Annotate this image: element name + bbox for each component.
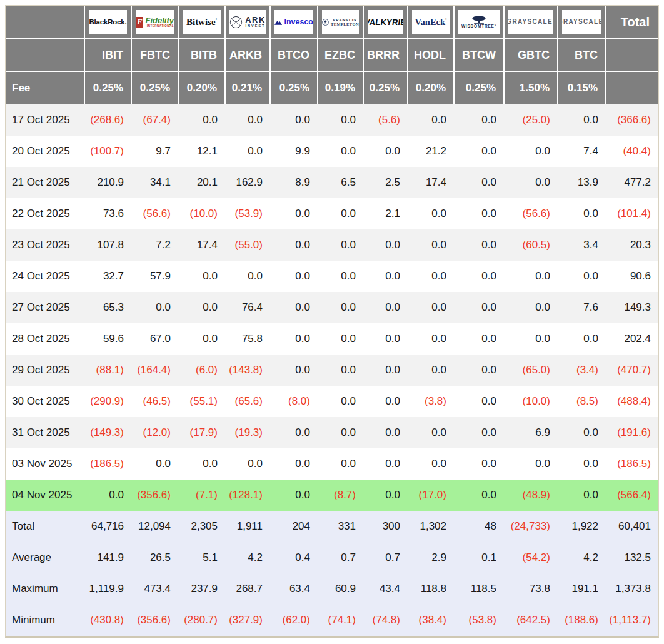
provider-logo-row: BlackRock.FFidelityINTERNATIONALBitwise°…	[6, 6, 658, 39]
flow-value-cell: 0.0	[558, 480, 606, 511]
flow-value-cell: 65.3	[84, 292, 131, 323]
flow-value-cell: 32.7	[84, 261, 131, 292]
flow-value-cell: 0.0	[454, 104, 504, 136]
flow-row: 22 Oct 202573.6(56.6)(10.0)(53.9)0.00.02…	[6, 198, 658, 229]
provider-cell-wisdomtree: WISDOMTREE°	[454, 6, 504, 39]
ticker-cell: BRRR	[363, 39, 408, 71]
flow-row: 29 Oct 2025(88.1)(164.4)(6.0)(143.8)0.00…	[6, 355, 658, 386]
total-fee-cell	[606, 71, 658, 104]
provider-cell-ark: ARKINVEST	[225, 6, 270, 39]
summary-label-cell: Minimum	[6, 605, 84, 636]
flow-value-cell: 0.0	[558, 448, 606, 480]
ticker-cell: HODL	[408, 39, 454, 71]
flow-value-cell: 0.0	[363, 417, 408, 448]
provider-cell-invesco: Invesco	[270, 6, 318, 39]
flow-value-cell: 2.5	[363, 167, 408, 198]
summary-value-cell: 4.2	[558, 542, 606, 573]
flow-value-cell: 0.0	[363, 355, 408, 386]
flow-value-cell: (67.4)	[131, 104, 178, 136]
flow-value-cell: 0.0	[408, 448, 454, 480]
flow-value-cell: 0.0	[363, 386, 408, 417]
flow-value-cell: (56.6)	[504, 198, 558, 229]
flow-value-cell: 0.0	[178, 104, 225, 136]
flow-value-cell: 0.0	[178, 323, 225, 355]
summary-value-cell: 118.8	[408, 573, 454, 605]
table-container: BlackRock.FFidelityINTERNATIONALBitwise°…	[5, 5, 659, 638]
summary-row: Maximum1,119.9473.4237.9268.763.460.943.…	[6, 573, 658, 605]
flow-value-cell: 0.0	[225, 261, 270, 292]
summary-row: Minimum(430.8)(356.6)(280.7)(327.9)(62.0…	[6, 605, 658, 636]
flow-value-cell: 0.0	[270, 448, 318, 480]
fee-value-cell: 0.15%	[558, 71, 606, 104]
flow-value-cell: (128.1)	[225, 480, 270, 511]
summary-value-cell: 141.9	[84, 542, 131, 573]
summary-value-cell: (74.1)	[318, 605, 363, 636]
flow-value-cell: 0.0	[270, 323, 318, 355]
date-cell: 21 Oct 2025	[6, 167, 84, 198]
flow-value-cell: 0.0	[504, 323, 558, 355]
date-cell: 04 Nov 2025	[6, 480, 84, 511]
date-cell: 29 Oct 2025	[6, 355, 84, 386]
flow-value-cell: 0.0	[504, 448, 558, 480]
grayscale-logo: GRAYSCALE°	[508, 10, 553, 34]
row-total-cell: 90.6	[606, 261, 658, 292]
flow-value-cell: 0.0	[318, 136, 363, 167]
flow-value-cell: 6.9	[504, 417, 558, 448]
ticker-cell: IBIT	[84, 39, 131, 71]
flow-value-cell: 0.0	[558, 417, 606, 448]
summary-value-cell: 5.1	[178, 542, 225, 573]
row-total-cell: (488.4)	[606, 386, 658, 417]
flow-value-cell: 0.0	[270, 198, 318, 229]
flow-value-cell: 0.0	[225, 104, 270, 136]
flow-value-cell: (8.0)	[270, 386, 318, 417]
flow-value-cell: 0.0	[454, 229, 504, 261]
flow-value-cell: 0.0	[454, 261, 504, 292]
flow-value-cell: 0.0	[318, 448, 363, 480]
flow-value-cell: 0.0	[558, 104, 606, 136]
row-total-cell: (186.5)	[606, 448, 658, 480]
flow-value-cell: (10.0)	[178, 198, 225, 229]
flow-value-cell: 0.0	[454, 417, 504, 448]
ticker-cell: BTC	[558, 39, 606, 71]
trademark-icon: °	[445, 18, 446, 22]
flow-value-cell: 0.0	[454, 386, 504, 417]
row-total-cell: (566.4)	[606, 480, 658, 511]
date-cell: 30 Oct 2025	[6, 386, 84, 417]
flow-value-cell: (3.4)	[558, 355, 606, 386]
fee-value-cell: 0.20%	[178, 71, 225, 104]
flow-row: 21 Oct 2025210.934.120.1162.98.96.52.517…	[6, 167, 658, 198]
flow-value-cell: (5.6)	[363, 104, 408, 136]
date-cell: 27 Oct 2025	[6, 292, 84, 323]
flow-value-cell: 0.0	[363, 229, 408, 261]
provider-cell-vaneck: VanEck°	[408, 6, 454, 39]
flow-value-cell: 0.0	[363, 480, 408, 511]
flow-value-cell: 0.0	[318, 292, 363, 323]
summary-value-cell: 0.1	[454, 542, 504, 573]
summary-value-cell: 1,922	[558, 511, 606, 542]
flow-value-cell: 0.0	[504, 261, 558, 292]
flow-value-cell: 0.0	[178, 261, 225, 292]
flow-value-cell: (60.5)	[504, 229, 558, 261]
summary-value-cell: 204	[270, 511, 318, 542]
row-total-cell: (366.6)	[606, 104, 658, 136]
summary-value-cell: (642.5)	[504, 605, 558, 636]
flow-value-cell: 0.0	[318, 261, 363, 292]
summary-value-cell: (54.2)	[504, 542, 558, 573]
flow-value-cell: 210.9	[84, 167, 131, 198]
summary-value-cell: 118.5	[454, 573, 504, 605]
flow-value-cell: 0.0	[178, 448, 225, 480]
summary-label-cell: Maximum	[6, 573, 84, 605]
date-cell: 22 Oct 2025	[6, 198, 84, 229]
flow-value-cell: 57.9	[131, 261, 178, 292]
flow-value-cell: 0.0	[454, 198, 504, 229]
provider-cell-blackrock: BlackRock.	[84, 6, 131, 39]
flow-value-cell: 0.0	[408, 417, 454, 448]
ticker-row: IBITFBTCBITBARKBBTCOEZBCBRRRHODLBTCWGBTC…	[6, 39, 658, 71]
summary-value-cell: 191.1	[558, 573, 606, 605]
summary-value-cell: 1,119.9	[84, 573, 131, 605]
ark-invest-label: INVEST	[245, 24, 266, 28]
total-column-header: Total	[606, 6, 658, 39]
flow-row: 28 Oct 202559.667.00.075.80.00.00.00.00.…	[6, 323, 658, 355]
fidelity-wordmark: Fidelity	[145, 16, 174, 24]
flow-value-cell: 0.0	[270, 104, 318, 136]
